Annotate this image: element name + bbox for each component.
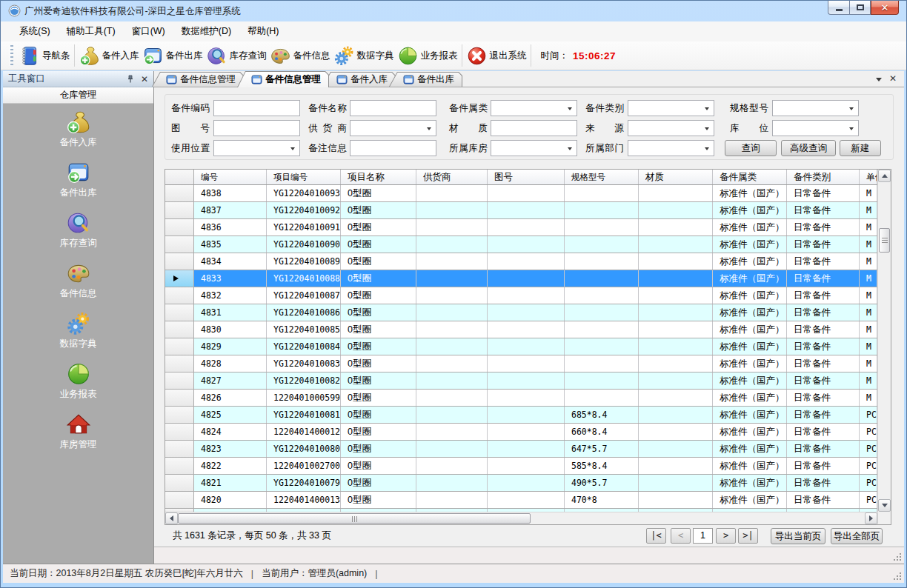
- row-selector[interactable]: [165, 355, 194, 372]
- row-selector[interactable]: [165, 338, 194, 355]
- column-header-project-name[interactable]: 项目名称: [341, 170, 416, 184]
- input-备件编码[interactable]: [213, 100, 300, 116]
- toolbar-parts-info[interactable]: 备件信息: [268, 43, 332, 68]
- menu-help[interactable]: 帮助(H): [239, 22, 287, 41]
- new-button[interactable]: 新建: [840, 140, 881, 156]
- vertical-scroll-thumb[interactable]: [879, 228, 890, 253]
- select-备件类别[interactable]: [628, 100, 714, 116]
- scroll-up-button[interactable]: [878, 170, 891, 182]
- table-row[interactable]: 482412204014000120型圈660*8.4标准件（国产）日常备件PC: [165, 424, 877, 441]
- table-row[interactable]: 4831YG122040100860型圈标准件（国产）日常备件M: [165, 304, 877, 321]
- first-page-button[interactable]: |<: [646, 528, 666, 544]
- sidebar-item-库房管理[interactable]: 库房管理: [3, 412, 153, 462]
- menu-data-maintenance[interactable]: 数据维护(D): [173, 22, 239, 41]
- maximize-button[interactable]: [849, 1, 871, 15]
- sidebar-item-备件入库[interactable]: 备件入库: [3, 110, 153, 160]
- row-selector[interactable]: [165, 492, 194, 508]
- table-row[interactable]: 4832YG122040100870型圈标准件（国产）日常备件M: [165, 287, 877, 304]
- scroll-down-button[interactable]: [878, 499, 891, 512]
- column-header-category[interactable]: 备件属类: [713, 170, 787, 184]
- column-header-unit[interactable]: 单位: [860, 170, 877, 184]
- row-selector[interactable]: [165, 475, 194, 491]
- row-selector[interactable]: [165, 441, 194, 457]
- toolbar-navigator[interactable]: 导航条: [17, 43, 72, 68]
- input-图号[interactable]: [213, 120, 300, 136]
- select-库位[interactable]: [772, 120, 859, 136]
- tab-备件入库[interactable]: 备件入库: [322, 72, 396, 87]
- column-header-supplier[interactable]: 供货商: [416, 170, 488, 184]
- select-所属部门[interactable]: [628, 140, 714, 156]
- table-row[interactable]: 482612204010005990型圈标准件（国产）日常备件M: [165, 390, 877, 407]
- tab-close-icon[interactable]: ✕: [889, 74, 897, 83]
- row-selector[interactable]: [165, 236, 194, 253]
- row-selector[interactable]: [165, 321, 194, 338]
- horizontal-scroll-thumb[interactable]: [178, 513, 531, 524]
- sidebar-item-数据字典[interactable]: 数据字典: [3, 311, 153, 361]
- table-row[interactable]: 4823YG122040100800型圈647*5.7标准件（国产）日常备件PC: [165, 441, 877, 458]
- row-selector[interactable]: [165, 253, 194, 270]
- row-selector[interactable]: [165, 407, 194, 423]
- row-selector-header[interactable]: [165, 170, 194, 184]
- table-row[interactable]: 4836YG122040100910型圈标准件（国产）日常备件M: [165, 219, 877, 236]
- tab-备件信息管理[interactable]: 备件信息管理: [152, 72, 244, 87]
- row-selector[interactable]: [165, 185, 194, 201]
- sidebar-item-库存查询[interactable]: 库存查询: [3, 210, 153, 261]
- sidebar-close-icon[interactable]: ✕: [141, 74, 148, 84]
- select-规格型号[interactable]: [772, 100, 859, 116]
- select-所属库房[interactable]: [491, 140, 577, 156]
- input-备注信息[interactable]: [350, 140, 436, 156]
- table-row[interactable]: 4830YG122040100850型圈标准件（国产）日常备件M: [165, 321, 877, 338]
- table-row[interactable]: 4837YG122040100920型圈标准件（国产）日常备件M: [165, 202, 877, 219]
- row-selector[interactable]: [165, 202, 194, 218]
- toolbar-parts-outbound[interactable]: 备件出库: [141, 43, 205, 68]
- row-selector[interactable]: [165, 219, 194, 235]
- minimize-button[interactable]: [828, 1, 849, 15]
- export-current-page-button[interactable]: 导出当前页: [771, 528, 825, 544]
- table-row[interactable]: 482012204014000130型圈470*8标准件（国产）日常备件PC: [165, 492, 877, 509]
- close-button[interactable]: ✕: [871, 1, 899, 15]
- advanced-query-button[interactable]: 高级查询: [781, 140, 836, 156]
- pin-icon[interactable]: [126, 75, 135, 84]
- row-selector[interactable]: [165, 287, 194, 304]
- tab-备件信息管理-active[interactable]: 备件信息管理: [237, 71, 329, 87]
- column-header-material[interactable]: 材质: [639, 170, 713, 184]
- row-selector[interactable]: [165, 390, 194, 406]
- input-备件名称[interactable]: [350, 100, 436, 116]
- column-header-type[interactable]: 备件类别: [787, 170, 860, 184]
- horizontal-scrollbar[interactable]: [165, 512, 877, 524]
- tab-list-dropdown-icon[interactable]: [876, 78, 882, 81]
- column-header-figure-no[interactable]: 图号: [488, 170, 565, 184]
- table-row[interactable]: 482212204010027000型圈585*8.4标准件（国产）日常备件PC: [165, 458, 877, 475]
- column-header-project-code[interactable]: 项目编号: [267, 170, 341, 184]
- table-row[interactable]: 4821YG122040100790型圈490*5.7标准件（国产）日常备件PC: [165, 475, 877, 492]
- scroll-left-button[interactable]: [165, 512, 178, 524]
- toolbar-exit-system[interactable]: 退出系统: [465, 43, 528, 68]
- row-selector[interactable]: [165, 304, 194, 321]
- row-selector[interactable]: [165, 270, 194, 287]
- table-row[interactable]: 4829YG122040100840型圈标准件（国产）日常备件M: [165, 338, 877, 355]
- vertical-scrollbar[interactable]: [877, 170, 891, 524]
- scroll-right-button[interactable]: [865, 512, 877, 524]
- table-row[interactable]: 4835YG122040100900型圈标准件（国产）日常备件M: [165, 236, 877, 253]
- page-number-box[interactable]: 1: [693, 528, 713, 544]
- table-row-selected[interactable]: 4833YG122040100880型圈标准件（国产）日常备件M: [165, 270, 877, 287]
- toolbar-drag-grip[interactable]: [10, 45, 13, 66]
- tab-备件出库[interactable]: 备件出库: [389, 72, 462, 87]
- select-备件属类[interactable]: [491, 100, 577, 116]
- select-供货商[interactable]: [350, 120, 436, 136]
- toolbar-business-report[interactable]: 业务报表: [396, 43, 459, 68]
- toolbar-data-dictionary[interactable]: 数据字典: [332, 43, 396, 68]
- table-row[interactable]: 4834YG122040100890型圈标准件（国产）日常备件M: [165, 253, 877, 270]
- row-selector[interactable]: [165, 424, 194, 440]
- toolbar-inventory-query[interactable]: 库存查询: [205, 43, 268, 68]
- column-header-id[interactable]: 编号: [194, 170, 267, 184]
- row-selector[interactable]: [165, 458, 194, 474]
- table-row[interactable]: 4825YG122040100810型圈685*8.4标准件（国产）日常备件PC: [165, 407, 877, 424]
- table-row[interactable]: 4838YG122040100930型圈标准件（国产）日常备件M: [165, 185, 877, 202]
- menu-system[interactable]: 系统(S): [11, 22, 59, 41]
- table-row[interactable]: 4828YG122040100830型圈标准件（国产）日常备件M: [165, 355, 877, 372]
- table-row[interactable]: 4827YG122040100820型圈标准件（国产）日常备件M: [165, 372, 877, 390]
- last-page-button[interactable]: >|: [738, 528, 758, 544]
- select-来源[interactable]: [628, 120, 714, 136]
- sidebar-item-备件出库[interactable]: 备件出库: [3, 160, 153, 210]
